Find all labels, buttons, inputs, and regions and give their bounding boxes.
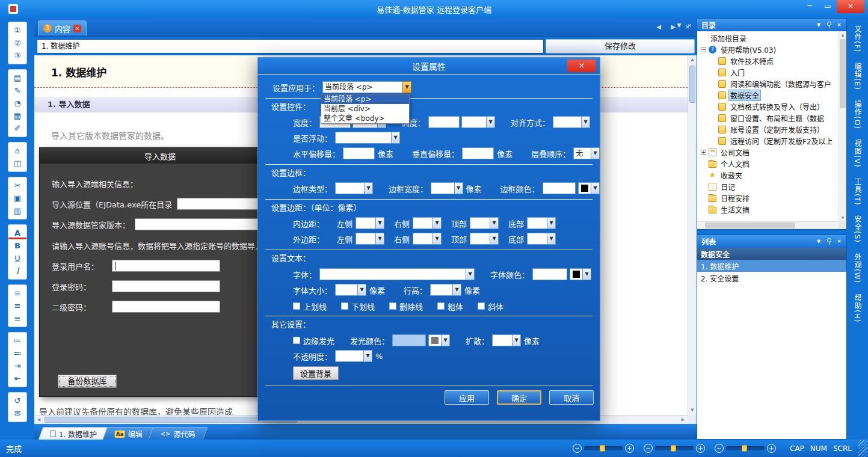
tree-vertical-scrollbar[interactable]: ▲ ▼ <box>839 31 846 221</box>
compose-icon[interactable]: ✐ <box>8 122 26 135</box>
font-color-picker[interactable]: ▼ <box>570 268 591 280</box>
margin-right-combo[interactable]: ▼ <box>413 233 442 245</box>
padding-right-combo[interactable]: ▼ <box>413 217 442 229</box>
height-unit-combo[interactable]: ▼ <box>461 116 495 128</box>
align-combo[interactable]: ▼ <box>553 116 590 128</box>
dropdown-icon[interactable]: ▼ <box>441 334 450 346</box>
spread-combo[interactable]: ▼ <box>492 334 521 346</box>
set-background-button[interactable]: 设置背景 <box>293 366 339 380</box>
backup-database-button[interactable]: 备份数据库 <box>58 375 117 388</box>
tree-item[interactable]: 文档格式转换及导入（导出） <box>697 101 839 112</box>
checkbox-icon[interactable] <box>293 302 300 310</box>
zoom-out-icon[interactable]: − <box>573 444 582 453</box>
field-input[interactable] <box>112 301 220 313</box>
tab-close-icon[interactable]: × <box>73 25 81 32</box>
zoom-slider-thumb[interactable] <box>671 445 676 452</box>
pin-icon[interactable] <box>825 238 833 246</box>
list-item[interactable]: 1. 数据维护 <box>697 260 846 272</box>
border-color-picker[interactable]: ▼ <box>578 182 600 194</box>
margin-top-combo[interactable]: ▼ <box>470 233 499 245</box>
home-icon[interactable]: ⌂ <box>8 144 26 157</box>
panel-close-icon[interactable]: × <box>835 238 843 246</box>
right-menu-item[interactable]: 操作(O) <box>852 100 863 129</box>
checkbox-icon[interactable] <box>341 302 348 310</box>
pane-3-icon[interactable]: ③ <box>8 49 26 62</box>
cancel-button[interactable]: 取消 <box>549 390 594 405</box>
tree-item[interactable]: 生活文摘 <box>697 204 839 215</box>
close-icon[interactable]: × <box>837 0 864 13</box>
indent-icon[interactable]: ⇥ <box>8 360 26 372</box>
glow-color-picker[interactable]: ▼ <box>428 334 450 346</box>
underline-icon[interactable]: U <box>8 252 26 265</box>
pin-icon[interactable] <box>825 21 833 29</box>
tree-horizontal-scrollbar[interactable] <box>697 221 839 229</box>
glow-checkbox[interactable] <box>293 337 300 344</box>
dropdown-icon[interactable]: ▼ <box>432 233 442 245</box>
list-item[interactable]: 2. 安全设置 <box>697 272 846 284</box>
tree-scroll-down-icon[interactable]: ▼ <box>839 214 846 221</box>
undo-icon[interactable]: ↺ <box>8 394 26 407</box>
float-combo[interactable]: ▼ <box>335 132 400 144</box>
dropdown-icon[interactable]: ▼ <box>364 182 373 194</box>
dropdown-option[interactable]: 整个文章 <body> <box>321 114 409 123</box>
apply-to-dropdown-icon[interactable]: ▼ <box>402 81 411 93</box>
dropdown-icon[interactable]: ▼ <box>452 284 461 296</box>
dialog-close-icon[interactable]: × <box>567 60 596 72</box>
tree-vscroll-thumb[interactable] <box>840 39 846 108</box>
ok-button[interactable]: 确定 <box>497 390 541 405</box>
zoom-out-icon[interactable]: − <box>644 444 653 453</box>
zoom-slider-track[interactable] <box>655 446 694 450</box>
dropdown-icon[interactable]: ▼ <box>391 132 400 144</box>
tree-item[interactable]: 远程访问（定制开发版F2及以上 <box>697 135 839 147</box>
zoom-in-icon[interactable]: + <box>767 444 776 453</box>
field-input[interactable] <box>177 198 268 210</box>
tree-item[interactable]: 日记 <box>697 181 839 192</box>
h-offset-input[interactable] <box>343 147 375 159</box>
padding-bottom-combo[interactable]: ▼ <box>527 217 556 229</box>
dropdown-icon[interactable]: ▼ <box>357 284 366 296</box>
dropdown-option[interactable]: 当前层 <div> <box>321 104 409 114</box>
padding-top-combo[interactable]: ▼ <box>470 217 499 229</box>
panel-menu-icon[interactable]: ▼ <box>814 21 823 29</box>
right-menu-item[interactable]: 视图(V) <box>852 140 863 168</box>
dropdown-icon[interactable]: ▼ <box>490 233 499 245</box>
cut-icon[interactable]: ✂ <box>8 179 26 192</box>
maximize-icon[interactable]: ▭ <box>819 0 837 13</box>
field-input[interactable] <box>135 218 268 230</box>
margin-left-combo[interactable]: ▼ <box>356 233 384 245</box>
dropdown-icon[interactable]: ▼ <box>375 233 384 245</box>
expand-icon[interactable]: + <box>701 150 706 155</box>
padding-left-combo[interactable]: ▼ <box>356 217 384 229</box>
collapse-icon[interactable]: − <box>701 47 706 52</box>
tree-item[interactable]: 添加根目录 <box>697 32 839 44</box>
dropdown-icon[interactable]: ▼ <box>454 182 463 194</box>
panel-close-icon[interactable]: × <box>835 21 843 29</box>
tree-scroll-up-icon[interactable]: ▲ <box>839 31 846 38</box>
border-width-combo[interactable]: ▼ <box>431 182 463 194</box>
align-center-icon[interactable]: ≡ <box>8 299 26 312</box>
panel-menu-icon[interactable]: ▼ <box>814 238 823 246</box>
dropdown-icon[interactable]: ▼ <box>581 116 590 128</box>
editor-tab[interactable]: 1. 数据维护 <box>38 427 109 440</box>
apply-button[interactable]: 应用 <box>445 390 489 405</box>
dropdown-icon[interactable]: ▼ <box>547 233 556 245</box>
dropdown-icon[interactable]: ▼ <box>375 217 384 229</box>
line-height-combo[interactable]: ▼ <box>430 284 461 296</box>
dropdown-icon[interactable]: ▼ <box>591 147 600 159</box>
dropdown-icon[interactable]: ▼ <box>466 268 475 280</box>
right-menu-item[interactable]: 帮助(H) <box>852 294 863 322</box>
dropdown-icon[interactable]: ▼ <box>547 217 556 229</box>
align-left-icon[interactable]: ≡ <box>8 287 26 299</box>
tree-item[interactable]: 个人文档 <box>697 158 839 170</box>
scroll-left-arrow-icon[interactable]: ◀ <box>34 416 43 424</box>
editor-tab[interactable]: <>源代码 <box>149 427 208 440</box>
v-offset-input[interactable] <box>462 147 494 159</box>
dropdown-icon[interactable]: ▼ <box>490 217 499 229</box>
right-menu-item[interactable]: 文件(F) <box>852 25 863 52</box>
scroll-left-icon[interactable]: ◀ <box>654 23 663 30</box>
tree-item[interactable]: 日程安排 <box>697 192 839 204</box>
zoom-slider-thumb[interactable] <box>742 445 747 452</box>
scroll-right-icon[interactable]: ▶ <box>669 23 677 30</box>
lock-icon[interactable]: ◫ <box>8 157 26 170</box>
italic-icon[interactable]: I <box>8 265 26 277</box>
